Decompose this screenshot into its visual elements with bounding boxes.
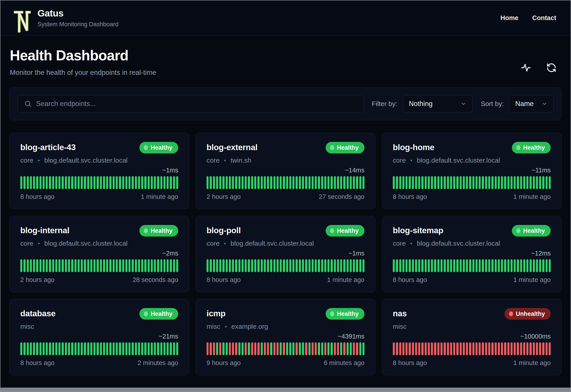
uptime-bar-success[interactable] (135, 176, 137, 189)
uptime-bar-success[interactable] (167, 342, 169, 355)
uptime-bar-success[interactable] (71, 259, 73, 272)
activity-pulse-icon[interactable] (521, 62, 531, 73)
uptime-bar-success[interactable] (128, 259, 131, 272)
uptime-bar-failure[interactable] (472, 342, 474, 355)
uptime-bar-success[interactable] (109, 342, 111, 355)
uptime-bar-success[interactable] (507, 176, 510, 189)
uptime-bar-success[interactable] (273, 259, 275, 272)
uptime-bar-success[interactable] (421, 259, 423, 272)
uptime-bar-success[interactable] (119, 176, 121, 189)
uptime-bar-success[interactable] (267, 176, 269, 189)
uptime-bar-success[interactable] (437, 259, 439, 272)
uptime-bar-success[interactable] (144, 176, 146, 189)
nav-link-home[interactable]: Home (500, 14, 518, 22)
uptime-bar-success[interactable] (428, 176, 430, 189)
uptime-bar-success[interactable] (167, 176, 169, 189)
uptime-bar-success[interactable] (81, 176, 83, 189)
uptime-bar-success[interactable] (176, 176, 178, 189)
uptime-bar-success[interactable] (97, 342, 99, 355)
uptime-bar-success[interactable] (504, 259, 506, 272)
uptime-bars[interactable] (393, 259, 551, 272)
uptime-bar-success[interactable] (43, 342, 45, 355)
uptime-bar-success[interactable] (65, 342, 67, 355)
uptime-bar-success[interactable] (20, 176, 22, 189)
uptime-bar-success[interactable] (216, 342, 218, 355)
uptime-bar-success[interactable] (456, 259, 458, 272)
uptime-bar-success[interactable] (529, 176, 531, 189)
uptime-bar-success[interactable] (103, 342, 105, 355)
uptime-bar-success[interactable] (286, 342, 288, 355)
uptime-bar-success[interactable] (362, 342, 364, 355)
uptime-bar-success[interactable] (90, 259, 92, 272)
uptime-bar-success[interactable] (280, 342, 282, 355)
uptime-bar-success[interactable] (308, 259, 311, 272)
uptime-bar-success[interactable] (119, 259, 121, 272)
uptime-bar-success[interactable] (49, 259, 51, 272)
uptime-bar-success[interactable] (61, 342, 64, 355)
uptime-bar-success[interactable] (536, 259, 538, 272)
uptime-bar-success[interactable] (65, 259, 67, 272)
uptime-bar-success[interactable] (59, 176, 60, 189)
uptime-bar-success[interactable] (257, 259, 259, 272)
uptime-bar-success[interactable] (160, 342, 162, 355)
uptime-bar-success[interactable] (529, 259, 531, 272)
uptime-bar-success[interactable] (55, 176, 57, 189)
uptime-bar-success[interactable] (103, 259, 105, 272)
uptime-bar-success[interactable] (125, 176, 127, 189)
uptime-bar-success[interactable] (347, 259, 349, 272)
uptime-bar-success[interactable] (362, 176, 364, 189)
uptime-bar-success[interactable] (46, 259, 48, 272)
uptime-bar-success[interactable] (504, 176, 506, 189)
uptime-bar-success[interactable] (113, 342, 115, 355)
uptime-bar-success[interactable] (356, 259, 358, 272)
uptime-bar-success[interactable] (261, 259, 263, 272)
uptime-bar-success[interactable] (299, 176, 301, 189)
uptime-bar-success[interactable] (90, 176, 92, 189)
uptime-bar-success[interactable] (43, 176, 45, 189)
uptime-bar-failure[interactable] (264, 342, 266, 355)
uptime-bar-failure[interactable] (463, 342, 465, 355)
uptime-bar-success[interactable] (173, 176, 175, 189)
uptime-bar-success[interactable] (176, 259, 178, 272)
uptime-bar-failure[interactable] (549, 342, 551, 355)
uptime-bar-failure[interactable] (324, 342, 326, 355)
uptime-bar-success[interactable] (406, 259, 407, 272)
uptime-bar-success[interactable] (144, 342, 146, 355)
uptime-bar-failure[interactable] (305, 342, 307, 355)
uptime-bar-success[interactable] (229, 176, 231, 189)
uptime-bar-failure[interactable] (440, 342, 443, 355)
uptime-bar-failure[interactable] (447, 342, 449, 355)
uptime-bars[interactable] (207, 342, 364, 355)
uptime-bar-success[interactable] (154, 259, 156, 272)
uptime-bar-failure[interactable] (431, 342, 433, 355)
uptime-bar-failure[interactable] (356, 342, 358, 355)
uptime-bar-success[interactable] (106, 176, 108, 189)
uptime-bar-success[interactable] (138, 176, 140, 189)
uptime-bar-success[interactable] (299, 259, 301, 272)
uptime-bar-success[interactable] (308, 176, 311, 189)
uptime-bar-success[interactable] (20, 342, 22, 355)
uptime-bar-success[interactable] (280, 259, 282, 272)
uptime-bar-failure[interactable] (428, 342, 430, 355)
uptime-bar-success[interactable] (340, 342, 342, 355)
uptime-bar-success[interactable] (517, 176, 519, 189)
endpoint-card[interactable]: blog-article-43 Healthy core • blog.defa… (9, 133, 189, 209)
uptime-bar-success[interactable] (84, 342, 86, 355)
uptime-bar-success[interactable] (450, 176, 452, 189)
uptime-bar-success[interactable] (312, 176, 314, 189)
uptime-bar-success[interactable] (176, 342, 178, 355)
uptime-bar-success[interactable] (216, 259, 218, 272)
refresh-icon[interactable] (546, 62, 557, 73)
uptime-bar-success[interactable] (49, 342, 51, 355)
uptime-bar-success[interactable] (539, 259, 541, 272)
uptime-bar-success[interactable] (52, 259, 54, 272)
uptime-bar-success[interactable] (222, 259, 224, 272)
uptime-bar-success[interactable] (52, 342, 54, 355)
uptime-bar-success[interactable] (331, 259, 332, 272)
uptime-bar-failure[interactable] (267, 342, 269, 355)
uptime-bar-success[interactable] (409, 176, 411, 189)
uptime-bar-success[interactable] (289, 342, 291, 355)
horizontal-scrollbar[interactable] (0, 388, 571, 392)
uptime-bar-failure[interactable] (469, 342, 471, 355)
uptime-bar-success[interactable] (122, 342, 124, 355)
